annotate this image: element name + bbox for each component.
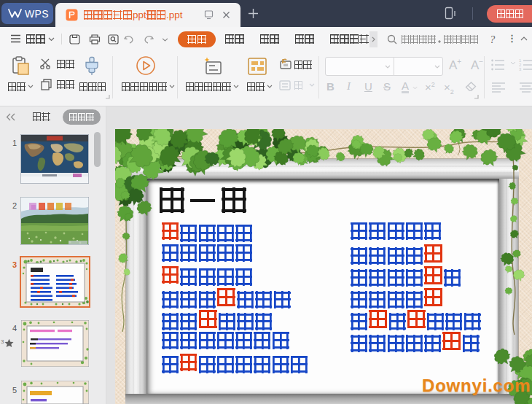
svg-text:3: 3 bbox=[519, 67, 522, 71]
